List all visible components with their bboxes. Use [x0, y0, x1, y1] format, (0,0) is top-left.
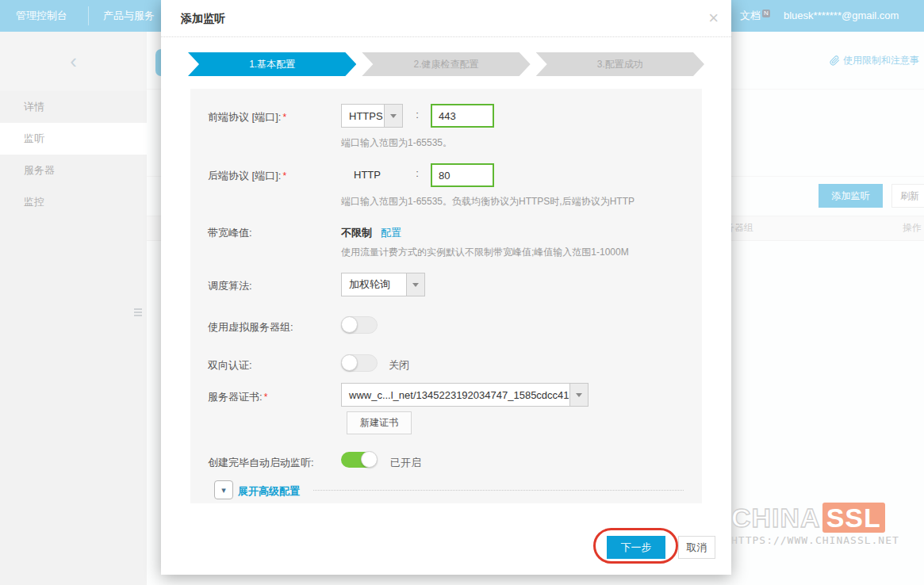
step-wizard: 1.基本配置 2.健康检查配置 3.配置成功 — [188, 52, 704, 76]
port-separator: : — [409, 109, 425, 120]
server-cert-label: 服务器证书:* — [208, 390, 267, 404]
back-port-hint: 端口输入范围为1-65535。负载均衡协议为HTTPS时,后端协议为HTTP — [341, 195, 635, 208]
bandwidth-config-link[interactable]: 配置 — [381, 226, 401, 240]
mutual-auth-state: 关闭 — [389, 358, 409, 373]
bandwidth-hint: 使用流量计费方式的实例默认不限制带宽峰值;峰值输入范围1-1000M — [341, 246, 629, 259]
step-basic-config: 1.基本配置 — [188, 52, 356, 76]
step-success: 3.配置成功 — [536, 52, 704, 76]
step-health-check: 2.健康检查配置 — [362, 52, 530, 76]
scheduler-select[interactable]: 加权轮询 — [341, 273, 425, 296]
front-protocol-select[interactable]: HTTPS — [341, 104, 403, 128]
back-port-input[interactable] — [431, 163, 494, 187]
back-protocol-label: 后端协议 [端口]:* — [208, 169, 286, 183]
auto-start-state: 已开启 — [390, 456, 421, 470]
form-panel: 前端协议 [端口]:* HTTPS : 端口输入范围为1-65535。 后端协议… — [190, 89, 702, 503]
server-cert-select[interactable]: www_c...l_net/1345223192034747_1585cdcc4… — [341, 383, 589, 407]
auto-start-toggle[interactable] — [341, 452, 376, 468]
dotted-divider — [313, 490, 684, 491]
mutual-auth-label: 双向认证: — [208, 358, 252, 373]
scheduler-value: 加权轮询 — [342, 273, 406, 296]
vserver-group-label: 使用虚拟服务器组: — [208, 320, 293, 335]
required-mark: * — [282, 112, 286, 123]
vserver-group-toggle[interactable] — [341, 316, 378, 334]
back-protocol-value: HTTP — [354, 169, 381, 181]
front-protocol-label: 前端协议 [端口]:* — [208, 110, 286, 124]
front-port-input[interactable] — [431, 104, 494, 128]
bandwidth-label: 带宽峰值: — [208, 226, 252, 240]
expand-advanced-icon[interactable]: ▾ — [214, 480, 233, 499]
front-protocol-value: HTTPS — [342, 105, 384, 127]
server-cert-value: www_c...l_net/1345223192034747_1585cdcc4… — [342, 384, 569, 406]
dialog-title: 添加监听 — [181, 0, 225, 37]
chevron-down-icon — [384, 105, 402, 127]
chevron-down-icon — [569, 384, 588, 406]
auto-start-label: 创建完毕自动启动监听: — [208, 456, 314, 470]
required-mark: * — [282, 170, 286, 182]
scheduler-label: 调度算法: — [208, 279, 252, 293]
mutual-auth-toggle[interactable] — [341, 354, 378, 372]
front-port-hint: 端口输入范围为1-65535。 — [341, 136, 452, 150]
chevron-down-icon — [406, 273, 424, 296]
close-icon[interactable]: × — [708, 8, 719, 29]
port-separator: : — [409, 167, 425, 179]
cancel-button[interactable]: 取消 — [678, 536, 715, 559]
dialog-header: 添加监听 × — [161, 0, 731, 37]
next-step-button[interactable]: 下一步 — [607, 536, 665, 559]
chevron-down-icon: ▾ — [221, 485, 226, 495]
expand-advanced-link[interactable]: 展开高级配置 — [238, 484, 300, 499]
new-cert-button[interactable]: 新建证书 — [347, 411, 412, 434]
bandwidth-value: 不限制 — [341, 226, 372, 240]
required-mark: * — [264, 392, 268, 403]
add-listener-dialog: 添加监听 × 1.基本配置 2.健康检查配置 3.配置成功 前端协议 [端口]:… — [161, 0, 731, 575]
toggle-knob — [361, 451, 378, 468]
toggle-knob — [341, 354, 358, 371]
toggle-knob — [341, 316, 358, 333]
